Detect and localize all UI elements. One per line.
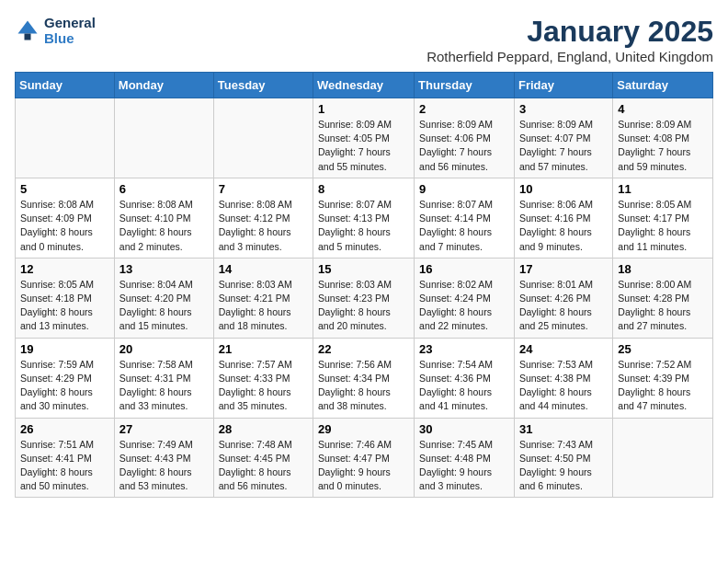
day-number: 21 [219, 342, 308, 356]
table-row: 6Sunrise: 8:08 AM Sunset: 4:10 PM Daylig… [114, 178, 213, 258]
col-monday: Monday [114, 73, 213, 98]
day-number: 11 [618, 182, 708, 196]
table-row: 21Sunrise: 7:57 AM Sunset: 4:33 PM Dayli… [213, 338, 313, 418]
day-info: Sunrise: 8:00 AM Sunset: 4:28 PM Dayligh… [618, 278, 708, 334]
table-row: 5Sunrise: 8:08 AM Sunset: 4:09 PM Daylig… [16, 178, 115, 258]
table-row: 29Sunrise: 7:46 AM Sunset: 4:47 PM Dayli… [313, 418, 415, 498]
day-info: Sunrise: 7:56 AM Sunset: 4:34 PM Dayligh… [318, 358, 409, 414]
table-row: 26Sunrise: 7:51 AM Sunset: 4:41 PM Dayli… [16, 418, 115, 498]
table-row: 16Sunrise: 8:02 AM Sunset: 4:24 PM Dayli… [415, 258, 515, 338]
day-number: 13 [119, 262, 209, 276]
calendar-table: Sunday Monday Tuesday Wednesday Thursday… [15, 72, 713, 498]
day-info: Sunrise: 8:04 AM Sunset: 4:20 PM Dayligh… [119, 278, 209, 334]
table-row: 30Sunrise: 7:45 AM Sunset: 4:48 PM Dayli… [415, 418, 515, 498]
day-number: 30 [419, 422, 509, 436]
col-wednesday: Wednesday [313, 73, 415, 98]
table-row: 25Sunrise: 7:52 AM Sunset: 4:39 PM Dayli… [613, 338, 713, 418]
day-number: 1 [318, 102, 409, 116]
week-row-5: 26Sunrise: 7:51 AM Sunset: 4:41 PM Dayli… [16, 418, 713, 498]
table-row: 8Sunrise: 8:07 AM Sunset: 4:13 PM Daylig… [313, 178, 415, 258]
table-row [16, 98, 115, 178]
day-info: Sunrise: 7:51 AM Sunset: 4:41 PM Dayligh… [20, 438, 109, 494]
day-info: Sunrise: 8:02 AM Sunset: 4:24 PM Dayligh… [419, 278, 509, 334]
calendar-title: January 2025 [427, 15, 713, 49]
day-info: Sunrise: 7:57 AM Sunset: 4:33 PM Dayligh… [219, 358, 308, 414]
table-row: 20Sunrise: 7:58 AM Sunset: 4:31 PM Dayli… [114, 338, 213, 418]
day-number: 7 [219, 182, 308, 196]
day-info: Sunrise: 7:43 AM Sunset: 4:50 PM Dayligh… [519, 438, 608, 494]
day-number: 26 [20, 422, 109, 436]
day-number: 27 [119, 422, 209, 436]
col-sunday: Sunday [16, 73, 115, 98]
table-row: 7Sunrise: 8:08 AM Sunset: 4:12 PM Daylig… [213, 178, 313, 258]
day-info: Sunrise: 8:09 AM Sunset: 4:08 PM Dayligh… [618, 118, 708, 174]
table-row: 22Sunrise: 7:56 AM Sunset: 4:34 PM Dayli… [313, 338, 415, 418]
day-number: 15 [318, 262, 409, 276]
day-info: Sunrise: 8:09 AM Sunset: 4:05 PM Dayligh… [318, 118, 409, 174]
day-info: Sunrise: 8:09 AM Sunset: 4:07 PM Dayligh… [519, 118, 608, 174]
week-row-2: 5Sunrise: 8:08 AM Sunset: 4:09 PM Daylig… [16, 178, 713, 258]
svg-rect-2 [25, 34, 31, 40]
table-row: 4Sunrise: 8:09 AM Sunset: 4:08 PM Daylig… [613, 98, 713, 178]
col-thursday: Thursday [415, 73, 515, 98]
day-number: 10 [519, 182, 608, 196]
table-row [114, 98, 213, 178]
day-info: Sunrise: 8:07 AM Sunset: 4:14 PM Dayligh… [419, 198, 509, 254]
day-number: 23 [419, 342, 509, 356]
table-row: 17Sunrise: 8:01 AM Sunset: 4:26 PM Dayli… [514, 258, 612, 338]
table-row: 1Sunrise: 8:09 AM Sunset: 4:05 PM Daylig… [313, 98, 415, 178]
day-number: 20 [119, 342, 209, 356]
day-number: 6 [119, 182, 209, 196]
day-info: Sunrise: 8:05 AM Sunset: 4:18 PM Dayligh… [20, 278, 109, 334]
week-row-4: 19Sunrise: 7:59 AM Sunset: 4:29 PM Dayli… [16, 338, 713, 418]
table-row: 19Sunrise: 7:59 AM Sunset: 4:29 PM Dayli… [16, 338, 115, 418]
day-number: 3 [519, 102, 608, 116]
table-row: 23Sunrise: 7:54 AM Sunset: 4:36 PM Dayli… [415, 338, 515, 418]
day-number: 8 [318, 182, 409, 196]
table-row: 18Sunrise: 8:00 AM Sunset: 4:28 PM Dayli… [613, 258, 713, 338]
day-number: 16 [419, 262, 509, 276]
table-row: 28Sunrise: 7:48 AM Sunset: 4:45 PM Dayli… [213, 418, 313, 498]
day-info: Sunrise: 8:08 AM Sunset: 4:12 PM Dayligh… [219, 198, 308, 254]
table-row: 15Sunrise: 8:03 AM Sunset: 4:23 PM Dayli… [313, 258, 415, 338]
header: General Blue January 2025 Rotherfield Pe… [15, 15, 713, 64]
table-row: 3Sunrise: 8:09 AM Sunset: 4:07 PM Daylig… [514, 98, 612, 178]
day-number: 2 [419, 102, 509, 116]
day-info: Sunrise: 7:58 AM Sunset: 4:31 PM Dayligh… [119, 358, 209, 414]
table-row: 12Sunrise: 8:05 AM Sunset: 4:18 PM Dayli… [16, 258, 115, 338]
col-friday: Friday [514, 73, 612, 98]
table-row: 11Sunrise: 8:05 AM Sunset: 4:17 PM Dayli… [613, 178, 713, 258]
day-info: Sunrise: 7:53 AM Sunset: 4:38 PM Dayligh… [519, 358, 608, 414]
day-info: Sunrise: 8:05 AM Sunset: 4:17 PM Dayligh… [618, 198, 708, 254]
logo-icon [15, 17, 40, 43]
day-info: Sunrise: 8:03 AM Sunset: 4:23 PM Dayligh… [318, 278, 409, 334]
day-number: 5 [20, 182, 109, 196]
col-saturday: Saturday [613, 73, 713, 98]
day-info: Sunrise: 8:08 AM Sunset: 4:09 PM Dayligh… [20, 198, 109, 254]
day-number: 9 [419, 182, 509, 196]
day-number: 28 [219, 422, 308, 436]
day-info: Sunrise: 7:48 AM Sunset: 4:45 PM Dayligh… [219, 438, 308, 494]
day-info: Sunrise: 8:01 AM Sunset: 4:26 PM Dayligh… [519, 278, 608, 334]
table-row [613, 418, 713, 498]
week-row-1: 1Sunrise: 8:09 AM Sunset: 4:05 PM Daylig… [16, 98, 713, 178]
day-info: Sunrise: 7:52 AM Sunset: 4:39 PM Dayligh… [618, 358, 708, 414]
table-row: 14Sunrise: 8:03 AM Sunset: 4:21 PM Dayli… [213, 258, 313, 338]
day-number: 31 [519, 422, 608, 436]
table-row: 10Sunrise: 8:06 AM Sunset: 4:16 PM Dayli… [514, 178, 612, 258]
table-row: 2Sunrise: 8:09 AM Sunset: 4:06 PM Daylig… [415, 98, 515, 178]
day-info: Sunrise: 8:08 AM Sunset: 4:10 PM Dayligh… [119, 198, 209, 254]
col-tuesday: Tuesday [213, 73, 313, 98]
day-info: Sunrise: 8:03 AM Sunset: 4:21 PM Dayligh… [219, 278, 308, 334]
column-headers: Sunday Monday Tuesday Wednesday Thursday… [16, 73, 713, 98]
table-row: 9Sunrise: 8:07 AM Sunset: 4:14 PM Daylig… [415, 178, 515, 258]
table-row [213, 98, 313, 178]
day-number: 4 [618, 102, 708, 116]
day-info: Sunrise: 8:07 AM Sunset: 4:13 PM Dayligh… [318, 198, 409, 254]
week-row-3: 12Sunrise: 8:05 AM Sunset: 4:18 PM Dayli… [16, 258, 713, 338]
day-number: 22 [318, 342, 409, 356]
day-info: Sunrise: 8:06 AM Sunset: 4:16 PM Dayligh… [519, 198, 608, 254]
title-area: January 2025 Rotherfield Peppard, Englan… [427, 15, 713, 64]
day-info: Sunrise: 7:49 AM Sunset: 4:43 PM Dayligh… [119, 438, 209, 494]
table-row: 13Sunrise: 8:04 AM Sunset: 4:20 PM Dayli… [114, 258, 213, 338]
